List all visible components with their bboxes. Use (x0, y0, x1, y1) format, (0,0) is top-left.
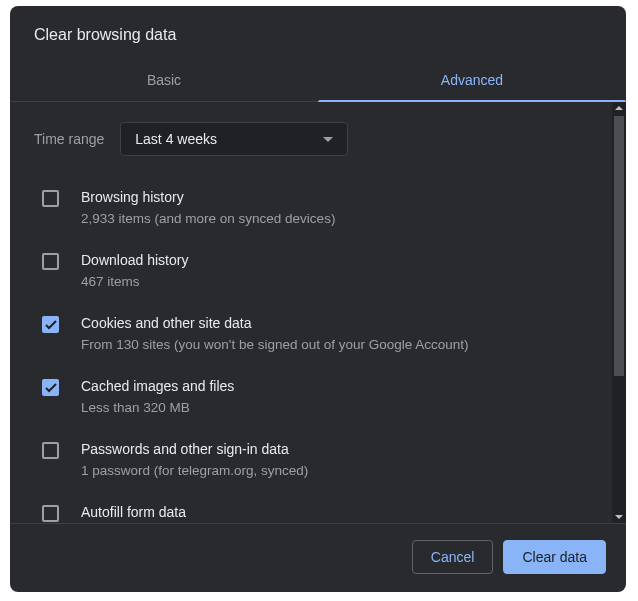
tab-basic-label: Basic (147, 72, 181, 88)
time-range-row: Time range Last 4 weeks (10, 102, 626, 170)
list-item: Download history 467 items (10, 239, 626, 302)
checkbox-passwords[interactable] (42, 442, 59, 459)
time-range-select[interactable]: Last 4 weeks (120, 122, 348, 156)
list-item: Passwords and other sign-in data 1 passw… (10, 428, 626, 491)
dialog-body: Time range Last 4 weeks Browsing history… (10, 102, 626, 523)
checkbox-download-history[interactable] (42, 253, 59, 270)
list-item: Cookies and other site data From 130 sit… (10, 302, 626, 365)
time-range-label: Time range (34, 131, 104, 147)
cancel-button[interactable]: Cancel (412, 540, 494, 574)
list-item: Cached images and files Less than 320 MB (10, 365, 626, 428)
checkbox-autofill[interactable] (42, 505, 59, 522)
clear-browsing-data-dialog: Clear browsing data Basic Advanced Time … (10, 6, 626, 592)
checkbox-cached-images[interactable] (42, 379, 59, 396)
item-title: Cookies and other site data (81, 313, 602, 333)
list-item: Autofill form data (10, 491, 626, 522)
tab-advanced-label: Advanced (441, 72, 503, 88)
tab-bar: Basic Advanced (10, 62, 626, 102)
item-title: Browsing history (81, 187, 602, 207)
clear-data-button-label: Clear data (522, 549, 587, 565)
item-sub: From 130 sites (you won't be signed out … (81, 336, 602, 354)
dialog-footer: Cancel Clear data (10, 524, 626, 592)
item-title: Passwords and other sign-in data (81, 439, 602, 459)
scroll-thumb[interactable] (614, 116, 624, 376)
checkbox-browsing-history[interactable] (42, 190, 59, 207)
options-list: Browsing history 2,933 items (and more o… (10, 170, 626, 522)
checkbox-cookies[interactable] (42, 316, 59, 333)
item-sub: Less than 320 MB (81, 399, 602, 417)
item-title: Cached images and files (81, 376, 602, 396)
tab-basic[interactable]: Basic (10, 62, 318, 101)
chevron-down-icon (323, 137, 333, 142)
item-sub: 2,933 items (and more on synced devices) (81, 210, 602, 228)
dialog-title: Clear browsing data (10, 6, 626, 62)
clear-data-button[interactable]: Clear data (503, 540, 606, 574)
scrollbar[interactable] (612, 102, 626, 523)
item-title: Autofill form data (81, 502, 602, 522)
item-title: Download history (81, 250, 602, 270)
item-sub: 467 items (81, 273, 602, 291)
cancel-button-label: Cancel (431, 549, 475, 565)
item-sub: 1 password (for telegram.org, synced) (81, 462, 602, 480)
scroll-up-icon (615, 106, 623, 110)
scroll-down-icon (615, 515, 623, 519)
time-range-value: Last 4 weeks (135, 131, 217, 147)
tab-advanced[interactable]: Advanced (318, 62, 626, 101)
list-item: Browsing history 2,933 items (and more o… (10, 176, 626, 239)
